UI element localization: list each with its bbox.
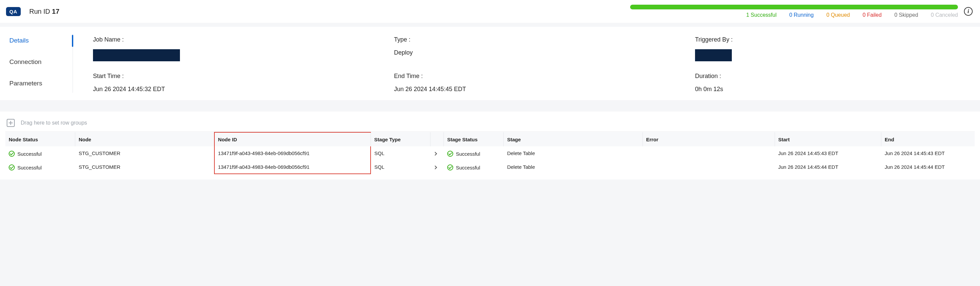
col-error[interactable]: Error	[643, 132, 775, 146]
count-successful[interactable]: 1 Successful	[746, 12, 776, 18]
table-row[interactable]: Successful STG_CUSTOMER 13471f9f-a043-49…	[5, 160, 975, 174]
tab-connection[interactable]: Connection	[10, 58, 69, 66]
value-type: Deploy	[394, 49, 695, 56]
cell-stage-type: SQL	[371, 146, 430, 160]
cell-end: Jun 26 2024 14:45:44 EDT	[881, 160, 975, 174]
count-skipped[interactable]: 0 Skipped	[894, 12, 918, 18]
field-job-name: Job Name :	[93, 36, 394, 61]
col-node[interactable]: Node	[75, 132, 215, 146]
panel-sidebar: Details Connection Parameters	[10, 34, 73, 93]
table-row[interactable]: Successful STG_CUSTOMER 13471f9f-a043-49…	[5, 146, 975, 160]
field-start-time: Start Time : Jun 26 2024 14:45:32 EDT	[93, 73, 394, 93]
field-duration: Duration : 0h 0m 12s	[695, 73, 896, 93]
row-group-dropzone[interactable]: Drag here to set row groups	[5, 117, 975, 132]
env-badge: QA	[6, 7, 21, 16]
cell-error	[643, 160, 775, 174]
cell-node-status-text: Successful	[18, 151, 42, 157]
cell-end: Jun 26 2024 14:45:43 EDT	[881, 146, 975, 160]
label-job-name: Job Name :	[93, 36, 394, 43]
cell-node-id: 13471f9f-a043-4983-84eb-069db056cf91	[215, 146, 371, 160]
col-stage-status[interactable]: Stage Status	[444, 132, 503, 146]
status-summary: 1 Successful 0 Running 0 Queued 0 Failed…	[630, 5, 958, 18]
cell-stage-status-text: Successful	[456, 165, 480, 171]
label-type: Type :	[394, 36, 695, 43]
col-node-id[interactable]: Node ID	[215, 132, 371, 146]
group-icon	[7, 119, 15, 127]
chevron-right-icon	[433, 165, 437, 169]
header-left: QA Run ID 17	[6, 7, 59, 16]
value-duration: 0h 0m 12s	[695, 86, 896, 93]
chevron-right-icon	[433, 152, 437, 155]
info-icon[interactable]: i	[964, 7, 973, 16]
check-icon	[9, 151, 15, 157]
cell-node-status-text: Successful	[18, 165, 42, 171]
table-head: Node Status Node Node ID Stage Type Stag…	[5, 132, 975, 146]
cell-expand[interactable]	[431, 146, 444, 160]
count-queued[interactable]: 0 Queued	[826, 12, 850, 18]
cell-start: Jun 26 2024 14:45:43 EDT	[775, 146, 881, 160]
cell-expand[interactable]	[431, 160, 444, 174]
value-triggered-by-redacted	[695, 49, 732, 61]
label-end-time: End Time :	[394, 73, 695, 80]
cell-error	[643, 146, 775, 160]
cell-stage-type: SQL	[371, 160, 430, 174]
cell-node-id: 13471f9f-a043-4983-84eb-069db056cf91	[215, 160, 371, 174]
label-triggered-by: Triggered By :	[695, 36, 896, 43]
col-stage[interactable]: Stage	[504, 132, 643, 146]
count-failed[interactable]: 0 Failed	[862, 12, 882, 18]
col-end[interactable]: End	[881, 132, 975, 146]
value-end-time: Jun 26 2024 14:45:45 EDT	[394, 86, 695, 93]
cell-start: Jun 26 2024 14:45:44 EDT	[775, 160, 881, 174]
col-expand	[431, 132, 444, 146]
col-node-status[interactable]: Node Status	[5, 132, 75, 146]
cell-node: STG_CUSTOMER	[75, 146, 215, 160]
details-grid: Job Name : Type : Deploy Triggered By : …	[93, 34, 896, 93]
value-job-name-redacted	[93, 49, 180, 61]
count-running[interactable]: 0 Running	[789, 12, 814, 18]
cell-stage-status: Successful	[444, 146, 503, 160]
field-type: Type : Deploy	[394, 36, 695, 61]
header-right: 1 Successful 0 Running 0 Queued 0 Failed…	[630, 5, 973, 18]
group-hint-text: Drag here to set row groups	[21, 120, 87, 126]
run-id-value: 17	[52, 8, 59, 15]
value-start-time: Jun 26 2024 14:45:32 EDT	[93, 86, 394, 93]
check-icon	[9, 165, 15, 171]
tab-parameters[interactable]: Parameters	[10, 80, 69, 87]
cell-node-status: Successful	[5, 146, 75, 160]
cell-stage: Delete Table	[504, 146, 643, 160]
label-start-time: Start Time :	[93, 73, 394, 80]
cell-stage: Delete Table	[504, 160, 643, 174]
field-triggered-by: Triggered By :	[695, 36, 896, 61]
details-panel: Details Connection Parameters Job Name :…	[0, 27, 980, 100]
col-stage-type[interactable]: Stage Type	[371, 132, 430, 146]
status-counters: 1 Successful 0 Running 0 Queued 0 Failed…	[746, 12, 958, 18]
cell-stage-status-text: Successful	[456, 151, 480, 157]
run-id-label: Run ID	[29, 8, 50, 15]
table-body: Successful STG_CUSTOMER 13471f9f-a043-49…	[5, 146, 975, 174]
field-end-time: End Time : Jun 26 2024 14:45:45 EDT	[394, 73, 695, 93]
col-start[interactable]: Start	[775, 132, 881, 146]
cell-node-status: Successful	[5, 160, 75, 174]
count-canceled[interactable]: 0 Canceled	[931, 12, 958, 18]
cell-node: STG_CUSTOMER	[75, 160, 215, 174]
tab-details[interactable]: Details	[10, 37, 69, 44]
check-icon	[447, 165, 453, 171]
run-id: Run ID 17	[29, 8, 59, 15]
run-header: QA Run ID 17 1 Successful 0 Running 0 Qu…	[0, 0, 980, 23]
check-icon	[447, 151, 453, 157]
cell-stage-status: Successful	[444, 160, 503, 174]
results-panel: Drag here to set row groups Node Status …	[0, 112, 980, 179]
progress-bar	[630, 5, 958, 10]
results-table: Node Status Node Node ID Stage Type Stag…	[5, 132, 975, 174]
label-duration: Duration :	[695, 73, 896, 80]
